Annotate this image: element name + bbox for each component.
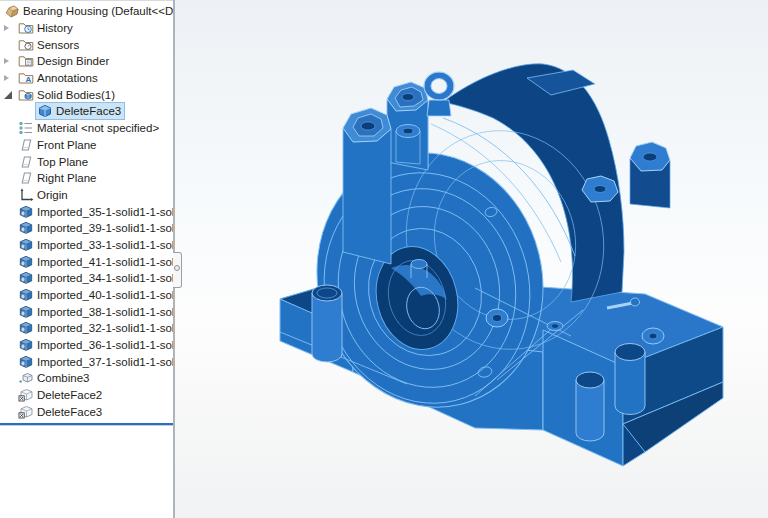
deleteface-icon [18,387,34,403]
imported-icon [18,287,34,303]
tree-item-combine3[interactable]: Combine3 [0,370,173,387]
tree-item-top-plane[interactable]: Top Plane [0,153,173,170]
tree-item-label: DeleteFace2 [37,389,102,401]
panel-splitter-handle[interactable] [173,252,182,288]
tree-item-imported-41-1-solid1-1-solid1[interactable]: Imported_41-1-solid1-1-solid1 [0,253,173,270]
tree-item-history[interactable]: History [0,20,173,37]
tree-item-imported-37-1-solid1-1-solid1[interactable]: Imported_37-1-solid1-1-solid1 [0,353,173,370]
expand-arrow-collapsed-icon[interactable] [3,58,16,64]
tree-item-imported-36-1-solid1-1-solid1[interactable]: Imported_36-1-solid1-1-solid1 [0,337,173,354]
tree-item-label: Imported_41-1-solid1-1-solid1 [37,256,173,268]
tree-item-label: Top Plane [37,156,88,168]
tree-item-material-not-specified[interactable]: Material <not specified> [0,120,173,137]
imported-icon [18,254,34,270]
tree-item-front-plane[interactable]: Front Plane [0,137,173,154]
tree-item-label: Imported_36-1-solid1-1-solid1 [37,339,173,351]
tree-item-imported-39-1-solid1-1-solid1[interactable]: Imported_39-1-solid1-1-solid1 [0,220,173,237]
tree-item-label: Origin [37,189,68,201]
tree-item-label: Imported_39-1-solid1-1-solid1 [37,222,173,234]
expand-arrow-collapsed-icon[interactable] [3,25,16,31]
origin-icon [18,187,34,203]
imported-icon [18,237,34,253]
part-icon [4,3,20,19]
tree-item-deleteface2[interactable]: DeleteFace2 [0,387,173,404]
bearing-housing-model[interactable] [175,0,768,518]
imported-icon [18,320,34,336]
feature-tree: Bearing Housing (Default<<Default>_Histo… [0,3,173,420]
tree-item-sensors[interactable]: Sensors [0,36,173,53]
tree-item-solid-bodies-1[interactable]: Solid Bodies(1) [0,86,173,103]
graphics-viewport[interactable] [175,0,768,518]
tree-item-label: Design Binder [37,55,109,67]
imported-icon [18,354,34,370]
imported-icon [18,337,34,353]
tree-item-label: Imported_38-1-solid1-1-solid1 [37,306,173,318]
material-icon [18,120,34,136]
rollback-bar[interactable] [0,423,173,425]
tree-item-imported-35-1-solid1-1-solid1[interactable]: Imported_35-1-solid1-1-solid1 [0,203,173,220]
tree-item-imported-40-1-solid1-1-solid1[interactable]: Imported_40-1-solid1-1-solid1 [0,287,173,304]
tree-item-label: DeleteFace3 [56,105,121,117]
model-geometry [280,64,723,466]
tree-item-label: History [37,22,73,34]
tree-item-label: Right Plane [37,172,96,184]
cube-solid-icon [37,103,53,119]
model-eye-ring [424,72,454,116]
tree-item-deleteface3[interactable]: DeleteFace3 [0,103,173,120]
tree-item-imported-32-1-solid1-1-solid1[interactable]: Imported_32-1-solid1-1-solid1 [0,320,173,337]
tree-item-label: Combine3 [37,372,89,384]
tree-item-label: Imported_33-1-solid1-1-solid1 [37,239,173,251]
tree-item-imported-34-1-solid1-1-solid1[interactable]: Imported_34-1-solid1-1-solid1 [0,270,173,287]
tree-item-label: Imported_34-1-solid1-1-solid1 [37,272,173,284]
tree-item-right-plane[interactable]: Right Plane [0,170,173,187]
tree-item-imported-33-1-solid1-1-solid1[interactable]: Imported_33-1-solid1-1-solid1 [0,237,173,254]
imported-icon [18,304,34,320]
splitter-dot-icon [174,265,180,271]
tree-item-label: Bearing Housing (Default<<Default>_ [23,5,173,17]
folder-solid-icon [18,87,34,103]
plane-icon [18,154,34,170]
svg-text:A: A [26,75,32,84]
plane-icon [18,170,34,186]
tree-item-label: Imported_40-1-solid1-1-solid1 [37,289,173,301]
deleteface-icon [18,404,34,420]
folder-sensors-icon [18,37,34,53]
tree-item-label: Solid Bodies(1) [37,89,115,101]
tree-item-label: Imported_37-1-solid1-1-solid1 [37,356,173,368]
folder-history-icon [18,20,34,36]
folder-binder-icon [18,53,34,69]
tree-item-label: DeleteFace3 [37,406,102,418]
tree-item-label: Front Plane [37,139,96,151]
tree-item-deleteface3[interactable]: DeleteFace3 [0,404,173,421]
tree-item-origin[interactable]: Origin [0,187,173,204]
imported-icon [18,220,34,236]
plane-icon [18,137,34,153]
feature-manager-panel: Bearing Housing (Default<<Default>_Histo… [0,0,173,518]
expand-arrow-collapsed-icon[interactable] [3,75,16,81]
tree-item-design-binder[interactable]: Design Binder [0,53,173,70]
tree-item-label: Imported_35-1-solid1-1-solid1 [37,206,173,218]
tree-item-label: Sensors [37,39,79,51]
tree-item-annotations[interactable]: AAnnotations [0,70,173,87]
tree-item-imported-38-1-solid1-1-solid1[interactable]: Imported_38-1-solid1-1-solid1 [0,303,173,320]
expand-arrow-expanded-icon[interactable] [3,91,16,99]
tree-item-bearing-housing-default-default[interactable]: Bearing Housing (Default<<Default>_ [0,3,173,20]
folder-annotations-icon: A [18,70,34,86]
imported-icon [18,204,34,220]
tree-item-label: Annotations [37,72,98,84]
tree-item-label: Imported_32-1-solid1-1-solid1 [37,322,173,334]
tree-item-label: Material <not specified> [37,122,159,134]
imported-icon [18,270,34,286]
combine-icon [18,370,34,386]
